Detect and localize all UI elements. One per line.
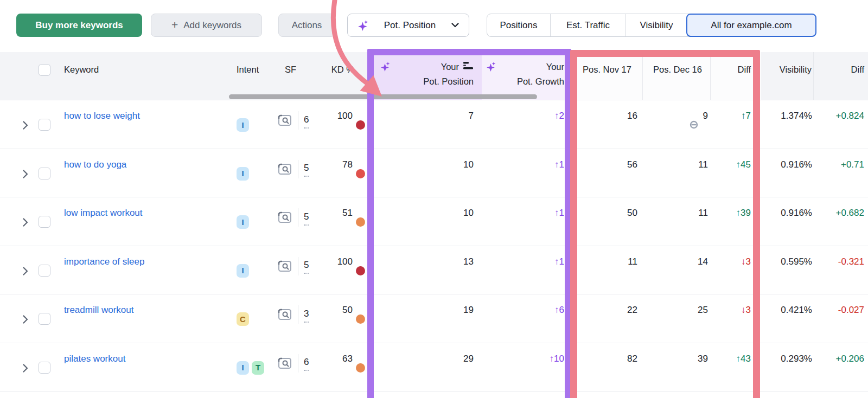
header-pot-growth-line2: Pot. Growth — [517, 76, 564, 86]
horizontal-scrollbar[interactable] — [229, 94, 537, 99]
keyword-link[interactable]: how to do yoga — [64, 159, 126, 170]
visibility-cell: 1.374% — [761, 100, 814, 149]
buy-more-keywords-button[interactable]: Buy more keywords — [16, 14, 142, 37]
header-sf[interactable]: SF — [271, 52, 326, 100]
tab-est-traffic[interactable]: Est. Traffic — [550, 14, 626, 36]
pot-growth-cell: ↑1 — [482, 246, 571, 294]
pot-position-value: 29 — [463, 354, 474, 364]
serp-features-preview-icon[interactable] — [278, 357, 292, 370]
kd-value: 51 — [342, 206, 353, 246]
sf-divider — [298, 257, 298, 275]
intent-badge: T — [252, 361, 264, 375]
pos-dec-cell: 11 — [643, 149, 711, 197]
row-checkbox[interactable] — [39, 119, 50, 131]
keyword-link[interactable]: treadmill workout — [64, 305, 134, 315]
add-keywords-button[interactable]: + Add keywords — [151, 14, 262, 37]
chevron-right-icon[interactable] — [23, 218, 28, 227]
pos-nov-value: 82 — [627, 354, 637, 364]
header-visibility[interactable]: Visibility — [761, 52, 814, 100]
pot-growth-cell: ↑2 — [482, 100, 571, 149]
keyword-link[interactable]: importance of sleep — [64, 256, 144, 267]
chevron-right-icon[interactable] — [23, 121, 28, 130]
kd-dot — [356, 266, 365, 275]
visibility-diff-cell: -0.321 — [814, 246, 868, 294]
visibility-diff-value: +0.206 — [836, 354, 864, 364]
pos-dec-cell: 14 — [643, 246, 711, 294]
link-icon[interactable] — [688, 120, 699, 129]
kd-cell: 100 — [326, 100, 367, 149]
sf-count[interactable]: 5 — [304, 161, 309, 177]
intent-badges: I — [228, 149, 271, 197]
keyword-link[interactable]: pilates workout — [64, 354, 125, 364]
header-kd[interactable]: KD % — [326, 52, 367, 100]
pot-position-cell: 13 — [367, 246, 482, 294]
pot-position-cell: 10 — [367, 149, 482, 197]
visibility-value: 0.916% — [781, 208, 812, 218]
chevron-right-icon[interactable] — [23, 315, 28, 324]
intent-badge: I — [237, 118, 249, 132]
sf-cell: 3 — [271, 294, 326, 328]
metric-dropdown-label: Pot. Position — [374, 20, 446, 31]
actions-button[interactable]: Actions — [278, 14, 335, 37]
kd-cell: 50 — [326, 294, 367, 343]
header-pot-position[interactable]: Your Pot. Position — [367, 52, 482, 100]
chevron-right-icon[interactable] — [23, 267, 28, 275]
chevron-right-icon[interactable] — [23, 170, 28, 178]
chevron-down-icon — [451, 23, 459, 28]
row-checkbox[interactable] — [39, 216, 50, 228]
table-header: Keyword Intent SF KD % Your Pot. Positio… — [0, 52, 868, 100]
header-expander-spacer — [0, 52, 33, 100]
metric-dropdown[interactable]: Pot. Position — [347, 14, 469, 37]
row-checkbox[interactable] — [39, 362, 50, 374]
visibility-cell: 0.916% — [761, 149, 814, 197]
header-pos-dec-16[interactable]: Pos. Dec 16 — [643, 52, 711, 100]
serp-features-preview-icon[interactable] — [278, 114, 292, 127]
intent-badges: I — [228, 197, 271, 246]
serp-features-preview-icon[interactable] — [278, 211, 292, 224]
sf-divider — [298, 111, 298, 130]
pos-dec-value: 25 — [698, 303, 708, 317]
pos-dec-cell: 9 — [643, 100, 711, 149]
visibility-cell: 0.293% — [761, 343, 814, 391]
row-checkbox[interactable] — [39, 313, 50, 325]
header-position-diff[interactable]: Diff — [711, 52, 761, 100]
kd-dot — [356, 169, 365, 178]
keyword-link[interactable]: how to lose weight — [64, 111, 140, 121]
keyword-link[interactable]: low impact workout — [64, 208, 143, 218]
kd-value: 63 — [342, 352, 353, 391]
sf-count[interactable]: 6 — [304, 355, 309, 371]
tab-visibility[interactable]: Visibility — [626, 14, 687, 36]
pos-nov-cell: 16 — [571, 100, 643, 149]
table-row: how to do yoga I 5 78 10 ↑1 56 — [0, 149, 868, 197]
row-checkbox[interactable] — [39, 265, 50, 277]
header-intent[interactable]: Intent — [228, 52, 271, 100]
row-checkbox-cell — [33, 246, 56, 294]
pot-growth-cell: ↑1 — [482, 149, 571, 197]
sf-count[interactable]: 6 — [304, 113, 309, 129]
sf-count[interactable]: 3 — [304, 307, 309, 323]
tab-positions[interactable]: Positions — [487, 14, 550, 36]
header-keyword[interactable]: Keyword — [56, 52, 228, 100]
sf-count[interactable]: 5 — [304, 210, 309, 226]
row-checkbox[interactable] — [39, 168, 50, 179]
visibility-cell: 0.595% — [761, 246, 814, 294]
intent-badge: I — [237, 361, 249, 375]
row-checkbox-cell — [33, 197, 56, 246]
sf-count[interactable]: 5 — [304, 258, 309, 274]
chevron-right-icon[interactable] — [23, 364, 28, 373]
header-visibility-diff[interactable]: Diff — [814, 52, 868, 100]
visibility-diff-cell: -0.027 — [814, 294, 868, 343]
pos-nov-cell: 22 — [571, 294, 643, 343]
header-pot-position-line2: Pot. Position — [423, 76, 474, 86]
serp-features-preview-icon[interactable] — [278, 308, 292, 321]
tab-all-for-domain[interactable]: All for example.com — [686, 14, 816, 37]
serp-features-preview-icon[interactable] — [278, 163, 292, 176]
header-pot-growth[interactable]: Your Pot. Growth — [482, 52, 571, 100]
serp-features-preview-icon[interactable] — [278, 260, 292, 273]
header-pos-nov-17[interactable]: Pos. Nov 17 — [571, 52, 643, 100]
visibility-value: 0.293% — [781, 354, 812, 364]
kd-dot — [356, 363, 365, 373]
select-all-checkbox[interactable] — [39, 64, 50, 76]
pos-diff-value: ↑39 — [736, 208, 751, 218]
pos-dec-value: 9 — [703, 109, 708, 123]
